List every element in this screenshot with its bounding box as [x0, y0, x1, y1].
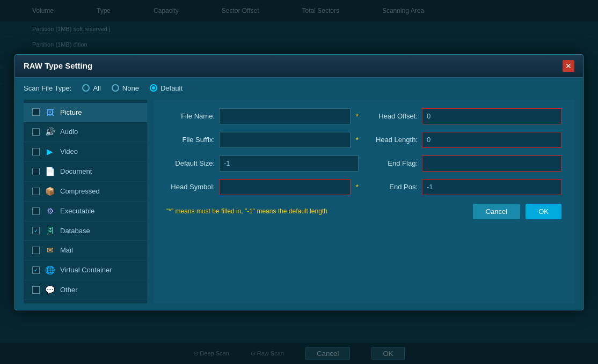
end-pos-label: End Pos: [369, 183, 418, 191]
form-area: File Name: * Head Offset: File Suffix: [154, 100, 574, 303]
sidebar-item-executable[interactable]: ⚙ Executable [24, 202, 147, 221]
sidebar-label-other: Other [60, 286, 78, 294]
file-suffix-field: File Suffix: * [166, 132, 359, 148]
sidebar-item-document[interactable]: 📄 Document [24, 162, 147, 182]
head-symbol-required-star: * [356, 183, 359, 191]
checkbox-audio[interactable] [32, 128, 40, 136]
radio-none-label: None [122, 84, 139, 92]
head-offset-field: Head Offset: [369, 108, 561, 124]
checkbox-document[interactable] [32, 168, 40, 175]
radio-circle-all [82, 84, 90, 92]
mail-icon: ✉ [45, 246, 55, 255]
sidebar-label-video: Video [60, 147, 78, 155]
form-grid: File Name: * Head Offset: File Suffix: [166, 108, 561, 195]
file-suffix-required-star: * [356, 136, 359, 144]
head-length-field: Head Length: [369, 132, 561, 148]
head-length-input[interactable] [422, 132, 561, 148]
end-flag-label: End Flag: [369, 159, 418, 167]
sidebar-item-audio[interactable]: 🔊 Audio [24, 122, 147, 142]
checkbox-executable[interactable] [32, 207, 40, 215]
head-symbol-input[interactable] [219, 179, 351, 195]
file-name-required-star: * [356, 112, 359, 121]
virtual-icon: 🌐 [45, 265, 55, 275]
modal-titlebar: RAW Type Setting ✕ [15, 55, 583, 78]
compressed-icon: 📦 [45, 187, 55, 196]
head-offset-input[interactable] [422, 108, 561, 124]
document-icon: 📄 [45, 167, 55, 176]
video-icon: ▶ [45, 147, 55, 157]
modal-overlay: RAW Type Setting ✕ Scan File Type: All N… [0, 0, 598, 364]
checkbox-other[interactable] [32, 286, 40, 294]
checkbox-virtual[interactable] [32, 266, 40, 274]
checkbox-mail[interactable] [32, 247, 40, 254]
sidebar-item-mail[interactable]: ✉ Mail [24, 241, 147, 261]
main-content: 🖼 Picture 🔊 Audio ▶ Video [24, 100, 574, 303]
file-name-field: File Name: * [166, 108, 359, 124]
cancel-button[interactable]: Cancel [473, 204, 520, 219]
radio-none[interactable]: None [112, 84, 139, 92]
end-flag-field: End Flag: [369, 155, 561, 172]
database-icon: 🗄 [45, 226, 55, 235]
radio-default-label: Default [161, 84, 183, 92]
modal-title: RAW Type Setting [24, 61, 92, 70]
end-pos-field: End Pos: [369, 179, 561, 195]
raw-type-setting-modal: RAW Type Setting ✕ Scan File Type: All N… [14, 54, 584, 310]
scan-type-label: Scan File Type: [24, 84, 71, 92]
default-size-field: Default Size: [166, 155, 359, 172]
sidebar-label-audio: Audio [60, 128, 78, 136]
radio-all-label: All [93, 84, 100, 92]
radio-circle-none [112, 84, 119, 92]
file-name-label: File Name: [166, 112, 215, 120]
sidebar-label-document: Document [60, 167, 92, 175]
head-symbol-field: Head Symbol: * [166, 179, 359, 195]
sidebar-item-compressed[interactable]: 📦 Compressed [24, 182, 147, 202]
sidebar-item-database[interactable]: 🗄 Database [24, 221, 147, 241]
end-flag-input[interactable] [422, 155, 561, 172]
radio-circle-default [150, 84, 157, 92]
footer-buttons: Cancel OK [473, 204, 561, 219]
sidebar-item-picture[interactable]: 🖼 Picture [24, 103, 147, 122]
radio-all[interactable]: All [82, 84, 100, 92]
modal-close-button[interactable]: ✕ [563, 60, 574, 72]
scan-type-row: Scan File Type: All None Default [24, 84, 574, 92]
executable-icon: ⚙ [45, 206, 55, 216]
head-length-label: Head Length: [369, 136, 418, 144]
checkbox-database[interactable] [32, 227, 40, 234]
radio-default[interactable]: Default [150, 84, 183, 92]
sidebar-item-other[interactable]: 💬 Other [24, 280, 147, 300]
form-footer: "*" means must be filled in, "-1" means … [166, 204, 561, 219]
hint-text: "*" means must be filled in, "-1" means … [166, 207, 327, 215]
sidebar-label-picture: Picture [60, 108, 82, 116]
sidebar-label-mail: Mail [60, 246, 73, 254]
file-suffix-input[interactable] [219, 132, 351, 148]
sidebar-label-executable: Executable [60, 207, 94, 215]
end-pos-input[interactable] [422, 179, 561, 195]
sidebar-item-virtual[interactable]: 🌐 Virtual Container [24, 261, 147, 280]
audio-icon: 🔊 [45, 127, 55, 137]
category-sidebar: 🖼 Picture 🔊 Audio ▶ Video [24, 100, 147, 303]
head-offset-label: Head Offset: [369, 112, 418, 120]
default-size-input[interactable] [219, 155, 359, 172]
picture-icon: 🖼 [45, 108, 55, 117]
default-size-label: Default Size: [166, 159, 215, 167]
sidebar-label-virtual: Virtual Container [60, 266, 112, 274]
checkbox-compressed[interactable] [32, 188, 40, 195]
sidebar-label-compressed: Compressed [60, 187, 100, 195]
file-name-input[interactable] [219, 108, 351, 124]
modal-body: Scan File Type: All None Default [15, 78, 583, 310]
other-icon: 💬 [45, 285, 55, 295]
head-symbol-label: Head Symbol: [166, 183, 215, 191]
ok-button[interactable]: OK [526, 204, 561, 219]
checkbox-picture[interactable] [32, 108, 40, 116]
file-suffix-label: File Suffix: [166, 136, 215, 144]
checkbox-video[interactable] [32, 148, 40, 155]
sidebar-item-video[interactable]: ▶ Video [24, 142, 147, 162]
sidebar-label-database: Database [60, 227, 90, 235]
